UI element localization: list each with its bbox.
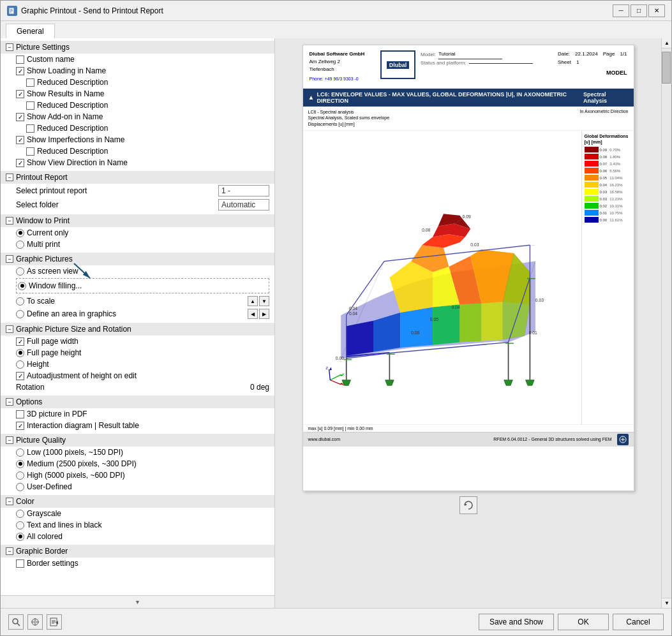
all-colored-radio[interactable]: [16, 533, 24, 541]
svg-marker-13: [400, 307, 433, 347]
cancel-button[interactable]: Cancel: [613, 614, 664, 630]
to-scale-radio[interactable]: [16, 297, 24, 306]
section-window-to-print[interactable]: − Window to Print: [1, 214, 274, 227]
preview-vscrollbar: ▲ ▼: [661, 38, 671, 608]
tab-general[interactable]: General: [6, 24, 55, 38]
custom-name-checkbox[interactable]: [16, 55, 24, 64]
save-show-button[interactable]: Save and Show: [479, 614, 554, 630]
reduced-desc-4-label: Reduced Description: [37, 147, 269, 156]
quality-user-radio[interactable]: [16, 483, 24, 491]
toggle-window-to-print[interactable]: −: [6, 217, 13, 225]
height-label: Height: [27, 360, 269, 369]
quality-high-radio[interactable]: [16, 471, 24, 480]
quality-medium-radio[interactable]: [16, 460, 24, 468]
height-radio[interactable]: [16, 360, 24, 369]
scale-down-btn[interactable]: ▼: [259, 296, 269, 306]
legend-color-box: [585, 168, 599, 174]
3d-pdf-checkbox[interactable]: [16, 410, 24, 418]
area-btn2[interactable]: ▶: [259, 309, 269, 319]
current-only-radio[interactable]: [16, 229, 24, 237]
toggle-graphic-border[interactable]: −: [6, 547, 13, 555]
minimize-button[interactable]: ─: [613, 4, 629, 17]
toggle-color[interactable]: −: [6, 498, 13, 505]
section-picture-settings[interactable]: − Picture Settings: [1, 41, 274, 54]
rotation-value: 0 deg: [250, 383, 269, 392]
select-printout-label: Select printout report: [16, 186, 216, 195]
interaction-diagram-checkbox[interactable]: [16, 422, 24, 430]
scroll-up-btn[interactable]: ▲: [662, 38, 671, 48]
toggle-picture-settings[interactable]: −: [6, 43, 13, 51]
legend-color-box: [585, 210, 599, 216]
model-value: Tutorial: [438, 50, 502, 59]
legend-item: 0.0210.11%: [585, 203, 631, 209]
reduced-desc-2-checkbox[interactable]: [26, 101, 34, 110]
toggle-options[interactable]: −: [6, 398, 13, 406]
section-picture-quality[interactable]: − Picture Quality: [1, 434, 274, 447]
show-addon-row: Show Add-on in Name: [1, 111, 274, 122]
section-printout-report[interactable]: − Printout Report: [1, 171, 274, 184]
search-icon-btn[interactable]: [8, 614, 24, 630]
show-imperfections-row: Show Imperfections in Name: [1, 134, 274, 145]
close-button[interactable]: ✕: [648, 4, 665, 17]
svg-text:0.08: 0.08: [422, 228, 430, 232]
autoadjust-row: Autoadjustment of height on edit: [1, 370, 274, 381]
toggle-picture-quality[interactable]: −: [6, 436, 13, 444]
border-settings-label: Border settings: [27, 559, 269, 568]
window-to-print-content: Current only Multi print: [1, 227, 274, 250]
full-page-height-radio[interactable]: [16, 349, 24, 357]
multi-print-radio[interactable]: [16, 240, 24, 249]
reduced-desc-1-checkbox[interactable]: [26, 78, 34, 87]
reduced-desc-3-checkbox[interactable]: [26, 124, 34, 133]
section-graphic-size[interactable]: − Graphic Picture Size and Rotation: [1, 323, 274, 336]
scroll-thumb[interactable]: [662, 52, 671, 84]
section-label-quality: Picture Quality: [16, 436, 66, 445]
autoadjust-checkbox[interactable]: [16, 372, 24, 380]
maximize-button[interactable]: □: [631, 4, 647, 17]
area-btn1[interactable]: ◀: [248, 309, 258, 319]
show-imperfections-checkbox[interactable]: [16, 136, 24, 144]
rotation-label: Rotation: [16, 383, 248, 392]
export-icon-btn[interactable]: [47, 614, 62, 630]
refresh-button[interactable]: [459, 496, 477, 514]
legend-panel: Global Deformations[u] [mm] 0.090.70%0.0…: [581, 131, 634, 424]
legend-item: 0.0416.23%: [585, 182, 631, 188]
section-graphic-pictures[interactable]: − Graphic Pictures: [1, 253, 274, 265]
toggle-graphic-pictures[interactable]: −: [6, 255, 13, 263]
svg-text:0.04: 0.04: [451, 305, 459, 309]
toggle-printout-report[interactable]: −: [6, 174, 13, 181]
grayscale-radio[interactable]: [16, 510, 24, 518]
quality-low-radio[interactable]: [16, 448, 24, 457]
refresh-area: [281, 496, 655, 514]
settings-scroll[interactable]: − Picture Settings Custom name Show Load…: [1, 38, 274, 595]
svg-point-73: [34, 621, 36, 623]
reduced-desc-4-row: Reduced Description: [1, 145, 274, 157]
as-screen-view-radio[interactable]: [16, 267, 24, 276]
reduced-desc-3-row: Reduced Description: [1, 122, 274, 134]
select-printout-value[interactable]: 1 -: [218, 185, 269, 196]
show-results-checkbox[interactable]: [16, 90, 24, 98]
legend-item: 0.090.70%: [585, 147, 631, 152]
ok-button[interactable]: OK: [558, 614, 609, 630]
section-graphic-border[interactable]: − Graphic Border: [1, 545, 274, 558]
visualization-area: 0.09 0.08 0.03 0.03 0.01: [303, 131, 634, 424]
border-settings-checkbox[interactable]: [16, 559, 24, 568]
scale-up-btn[interactable]: ▲: [248, 296, 258, 306]
show-loading-checkbox[interactable]: [16, 67, 24, 75]
legend-percent: 10.75%: [609, 211, 622, 215]
select-folder-value[interactable]: Automatic: [218, 199, 269, 211]
show-addon-checkbox[interactable]: [16, 113, 24, 121]
scroll-down-btn[interactable]: ▼: [662, 598, 671, 608]
full-page-width-checkbox[interactable]: [16, 337, 24, 346]
model-svg: 0.09 0.08 0.03 0.03 0.01: [303, 131, 584, 424]
section-color[interactable]: − Color: [1, 495, 274, 508]
preview-content[interactable]: Dlubal Software GmbH Am Zellweg 2 Tiefen…: [275, 38, 661, 608]
reduced-desc-4-checkbox[interactable]: [26, 147, 34, 156]
toggle-graphic-size[interactable]: −: [6, 325, 13, 333]
section-options[interactable]: − Options: [1, 396, 274, 408]
text-lines-black-radio[interactable]: [16, 521, 24, 529]
page-header: Dlubal Software GmbH Am Zellweg 2 Tiefen…: [303, 45, 634, 89]
target-icon-btn[interactable]: [27, 614, 43, 630]
window-filling-radio[interactable]: [18, 282, 26, 290]
define-area-radio[interactable]: [16, 310, 24, 318]
show-view-direction-checkbox[interactable]: [16, 159, 24, 167]
